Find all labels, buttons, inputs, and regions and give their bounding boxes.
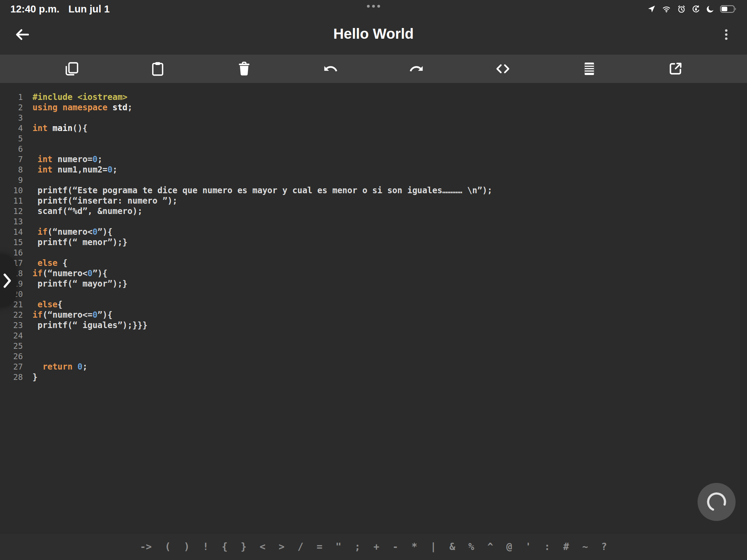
symbol-key[interactable]: ( bbox=[164, 541, 172, 552]
code-line[interactable]: 6 bbox=[0, 144, 747, 154]
code-line[interactable]: 28} bbox=[0, 372, 747, 382]
code-line[interactable]: 3 bbox=[0, 113, 747, 123]
symbol-key[interactable]: } bbox=[239, 541, 248, 552]
symbol-bar: ->()!{}<>/=";+-*|&%^@':#~? bbox=[0, 533, 747, 560]
symbol-key[interactable]: ' bbox=[524, 541, 533, 552]
symbol-key[interactable]: + bbox=[372, 541, 381, 552]
code-brackets-icon bbox=[495, 61, 511, 77]
overflow-menu-button[interactable] bbox=[716, 24, 737, 45]
multitask-dots-icon bbox=[0, 5, 747, 8]
code-line[interactable]: 14 if(“numero<0”){ bbox=[0, 227, 747, 237]
trash-icon bbox=[236, 61, 252, 77]
code-view-button[interactable] bbox=[493, 59, 513, 78]
code-line[interactable]: 2using namespace std; bbox=[0, 102, 747, 113]
code-text: return 0; bbox=[23, 362, 87, 372]
symbol-key[interactable]: ? bbox=[600, 541, 608, 552]
line-number: 27 bbox=[0, 362, 23, 371]
symbol-key[interactable]: ; bbox=[353, 541, 362, 552]
code-line[interactable]: 5 bbox=[0, 133, 747, 144]
symbol-key[interactable]: | bbox=[429, 541, 438, 552]
symbol-key[interactable]: " bbox=[334, 541, 343, 552]
code-line[interactable]: 12 scanf(“%d”, &numero); bbox=[0, 206, 747, 216]
symbol-key[interactable]: - bbox=[391, 541, 400, 552]
console-button[interactable] bbox=[580, 59, 599, 78]
symbol-key[interactable]: ) bbox=[182, 541, 191, 552]
code-text: printf(“Este pograma te dice que numero … bbox=[23, 186, 492, 195]
line-number: 9 bbox=[0, 176, 23, 185]
code-line[interactable]: 21 else{ bbox=[0, 299, 747, 310]
code-line[interactable]: 1#include <iostream> bbox=[0, 92, 747, 102]
code-line[interactable]: 27 return 0; bbox=[0, 362, 747, 372]
code-text: printf(“ mayor”);} bbox=[23, 279, 128, 289]
symbol-key[interactable]: % bbox=[467, 541, 476, 552]
symbol-key[interactable]: ! bbox=[201, 541, 210, 552]
code-text: printf(“ menor”);} bbox=[23, 237, 128, 247]
copy-button[interactable] bbox=[62, 59, 81, 78]
code-line[interactable]: 8 int num1,num2=0; bbox=[0, 165, 747, 175]
code-line[interactable]: 10 printf(“Este pograma te dice que nume… bbox=[0, 185, 747, 196]
delete-button[interactable] bbox=[234, 59, 254, 78]
code-line[interactable]: 7 int numero=0; bbox=[0, 154, 747, 165]
code-text: int main(){ bbox=[23, 123, 87, 133]
code-line[interactable]: 11 printf(“insertar: numero ”); bbox=[0, 196, 747, 206]
loading-spinner[interactable] bbox=[698, 483, 736, 521]
symbol-key[interactable]: ^ bbox=[486, 541, 495, 552]
symbol-key[interactable]: { bbox=[220, 541, 229, 552]
code-line[interactable]: 25 bbox=[0, 341, 747, 351]
code-text: if(“numero<=0”){ bbox=[23, 310, 112, 320]
symbol-key[interactable]: : bbox=[543, 541, 552, 552]
header: Hello World bbox=[0, 15, 747, 55]
undo-icon bbox=[322, 61, 338, 77]
symbol-key[interactable]: * bbox=[410, 541, 419, 552]
code-line[interactable]: 16 bbox=[0, 248, 747, 258]
code-line[interactable]: 24 bbox=[0, 330, 747, 341]
spinner-arc-icon bbox=[702, 487, 731, 516]
code-lines: 1#include <iostream>2using namespace std… bbox=[0, 92, 747, 382]
code-line[interactable]: 18if(“numero<0”){ bbox=[0, 268, 747, 279]
line-number: 22 bbox=[0, 310, 23, 319]
line-number: 8 bbox=[0, 165, 23, 174]
line-number: 2 bbox=[0, 103, 23, 112]
code-editor[interactable]: 1#include <iostream>2using namespace std… bbox=[0, 91, 747, 532]
code-text: if(“numero<0”){ bbox=[23, 269, 108, 278]
code-line[interactable]: 9 bbox=[0, 175, 747, 185]
symbol-key[interactable]: = bbox=[315, 541, 324, 552]
line-number: 15 bbox=[0, 238, 23, 247]
scroll-handle[interactable] bbox=[0, 254, 17, 307]
symbol-key[interactable]: < bbox=[258, 541, 267, 552]
code-text: #include <iostream> bbox=[23, 92, 128, 102]
redo-icon bbox=[409, 61, 425, 77]
line-number: 23 bbox=[0, 321, 23, 330]
code-line[interactable]: 4int main(){ bbox=[0, 123, 747, 133]
toolbar bbox=[0, 55, 747, 83]
code-text: else{ bbox=[23, 300, 63, 309]
symbol-key[interactable]: > bbox=[277, 541, 286, 552]
redo-button[interactable] bbox=[407, 59, 426, 78]
code-line[interactable]: 20 bbox=[0, 289, 747, 299]
symbol-key[interactable]: / bbox=[296, 541, 305, 552]
symbol-key[interactable]: -> bbox=[139, 541, 153, 552]
line-number: 24 bbox=[0, 331, 23, 340]
code-line[interactable]: 17 else { bbox=[0, 258, 747, 268]
chevron-right-icon bbox=[2, 271, 12, 290]
line-number: 7 bbox=[0, 155, 23, 164]
line-number: 6 bbox=[0, 144, 23, 153]
code-line[interactable]: 13 bbox=[0, 216, 747, 227]
copy-icon bbox=[64, 61, 80, 77]
line-number: 12 bbox=[0, 207, 23, 216]
code-line[interactable]: 26 bbox=[0, 351, 747, 362]
open-in-button[interactable] bbox=[666, 59, 685, 78]
code-text: if(“numero<0”){ bbox=[23, 227, 112, 237]
code-line[interactable]: 23 printf(“ iguales”);}}} bbox=[0, 320, 747, 330]
code-line[interactable]: 22if(“numero<=0”){ bbox=[0, 310, 747, 320]
paste-button[interactable] bbox=[148, 59, 167, 78]
code-line[interactable]: 15 printf(“ menor”);} bbox=[0, 237, 747, 248]
symbol-key[interactable]: ~ bbox=[581, 541, 589, 552]
code-line[interactable]: 19 printf(“ mayor”);} bbox=[0, 279, 747, 289]
symbol-key[interactable]: # bbox=[562, 541, 571, 552]
undo-button[interactable] bbox=[321, 59, 340, 78]
kebab-menu-icon bbox=[719, 28, 733, 41]
console-icon bbox=[581, 61, 597, 77]
symbol-key[interactable]: & bbox=[448, 541, 456, 552]
symbol-key[interactable]: @ bbox=[505, 541, 514, 552]
